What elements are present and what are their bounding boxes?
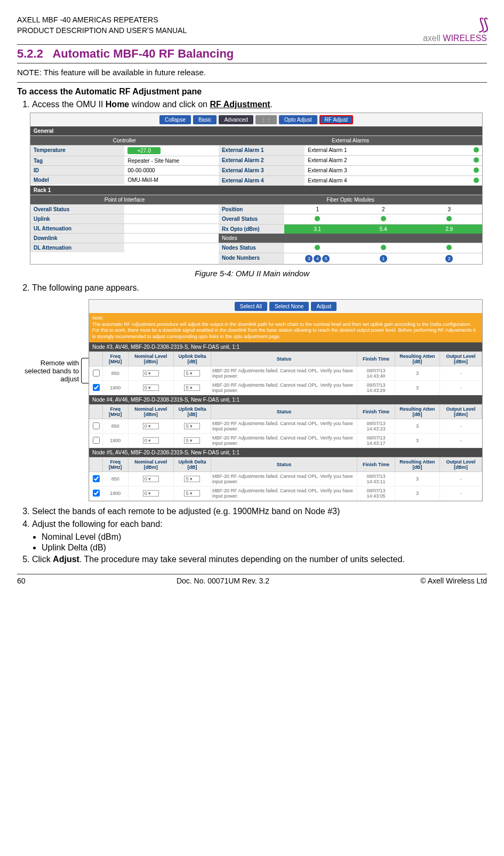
bullet-nominal: Nominal Level (dBm) [42,532,487,542]
col-header: Uplink Delta [dB] [173,457,211,471]
freq-cell: 850 [103,471,129,486]
poi-header: Point of Interface [30,195,219,204]
output-cell: - [439,366,482,380]
output-cell: - [439,419,482,433]
finish-time-cell: 08/07/13 14:43:40 [357,366,395,380]
node-header: Node #3, AV48, MBF-20-D-2308-2319-S, New… [89,342,482,351]
nominal-select[interactable]: 0 ▾ [143,476,159,482]
tag-label: Tag [30,156,124,165]
ext-alarm2-value: External Alarm 2 [305,156,470,165]
copyright: © Axell Wireless Ltd [420,577,487,585]
status-dot-icon [474,147,479,153]
uplink-delta-select[interactable]: 5 ▾ [184,423,200,429]
col-header: Nominal Level [dBm] [128,404,173,419]
col-header: Resulting Atten [dB] [395,404,440,419]
status-cell: MBF-20 RF Adjustments failed. Cannot rea… [211,486,357,500]
nominal-select[interactable]: 0 ▾ [143,370,159,377]
section-number: 5.2.2 [17,47,43,60]
finish-time-cell: 08/07/13 14:43:05 [357,486,395,500]
atten-cell: 3 [395,366,440,380]
band-checkbox[interactable] [93,437,100,444]
logo: ⟆⟆ axell WIRELESS [423,15,487,43]
band-checkbox[interactable] [93,490,100,497]
nominal-select[interactable]: 0 ▾ [143,423,159,429]
col-header: Status [211,457,357,471]
orange-note: Note: The automatic RF Adjustment proced… [89,313,482,342]
freq-cell: 850 [103,366,129,380]
status-dot-icon [474,167,479,173]
col-header: Output Level [dBm] [439,404,482,419]
position-label: Position [219,205,285,214]
band-checkbox[interactable] [93,384,100,391]
status-cell: MBF-20 RF Adjustments failed. Cannot rea… [211,433,357,447]
output-cell: - [439,471,482,486]
overall-status2-label: Overall Status [219,214,285,224]
release-note: NOTE: This feature will be available in … [17,68,487,77]
step-5: Click Adjust. The procedure may take sev… [32,555,487,564]
advanced-button[interactable]: Advanced [219,115,253,124]
status-dot-icon [381,245,386,250]
nominal-select[interactable]: 0 ▾ [143,490,159,497]
collapse-button[interactable]: Collapse [159,115,191,124]
col-header: Resulting Atten [dB] [395,351,440,366]
ext-alarm3-label: External Alarm 3 [219,166,305,175]
table-row: 19000 ▾5 ▾MBF-20 RF Adjustments failed. … [90,380,482,395]
rf-adjust-button[interactable]: RF Adjust [319,115,353,124]
status-cell: MBF-20 RF Adjustments failed. Cannot rea… [211,380,357,395]
ext-alarm2-label: External Alarm 2 [219,156,305,165]
status-cell: MBF-20 RF Adjustments failed. Cannot rea… [211,471,357,486]
freq-cell: 1900 [103,380,129,395]
freq-cell: 1900 [103,433,129,447]
col-header: Freq [MHz] [103,404,129,419]
header-line1: AXELL MBF -40 AMERICAS REPEATERS [17,15,187,26]
model-label: Model [30,175,124,185]
table-row: 8500 ▾5 ▾MBF-20 RF Adjustments failed. C… [90,419,482,433]
adjust-button[interactable]: Adjust [311,302,337,311]
col-header: Output Level [dBm] [439,457,482,471]
brace-icon [81,358,89,383]
uplink-delta-select[interactable]: 5 ▾ [184,385,200,391]
col-header: Finish Time [357,404,395,419]
band-checkbox[interactable] [93,422,100,429]
table-row: 19000 ▾5 ▾MBF-20 RF Adjustments failed. … [90,486,482,500]
rx-opto-label: Rx Opto (dBm) [219,225,285,234]
select-none-button[interactable]: Select None [269,302,309,311]
col-header: Freq [MHz] [103,351,129,366]
output-cell: - [439,380,482,395]
col-header [90,404,103,419]
basic-button[interactable]: Basic [193,115,217,124]
remote-annotation: Remote with selected bands to adjust [17,296,81,383]
logo-sub: WIRELESS [443,34,487,43]
uplink-delta-select[interactable]: 5 ▾ [184,476,200,482]
atten-cell: 3 [395,380,440,395]
step-3: Select the bands of each remote to be ad… [32,507,487,516]
opto-adjust-button[interactable]: Opto Adjust [279,115,317,124]
col-header [90,351,103,366]
status-dot-icon [381,216,386,221]
band-checkbox[interactable] [93,370,100,377]
tag-value: Repeater - Site Name [124,156,218,165]
figure-omu-main: Collapse Basic Advanced ⋮⋮ Opto Adjust R… [30,113,483,265]
status-dot-icon [446,216,452,221]
finish-time-cell: 08/07/13 14:43:29 [357,380,395,395]
band-checkbox[interactable] [93,475,100,482]
status-dot-icon [315,216,320,221]
uplink-delta-select[interactable]: 5 ▾ [184,437,200,444]
header-line2: PRODUCT DESCRIPTION AND USER'S MANUAL [17,26,187,36]
nodes-header: Nodes [219,234,482,243]
col-header: Freq [MHz] [103,457,129,471]
uplink-delta-select[interactable]: 5 ▾ [184,490,200,497]
uplink-delta-select[interactable]: 5 ▾ [184,370,200,377]
nominal-select[interactable]: 0 ▾ [143,385,159,391]
nominal-select[interactable]: 0 ▾ [143,437,159,444]
id-label: ID [30,166,124,175]
select-all-button[interactable]: Select All [235,302,267,311]
col-header: Finish Time [357,351,395,366]
col-header: Uplink Delta [dB] [173,404,211,419]
bullet-uplink-delta: Uplink Delta (dB) [42,543,487,553]
step-4: Adjust the following for each band: [32,519,487,529]
col-header [90,457,103,471]
node-header: Node #5, AV45, MBF-20-D-2308-2319-S, New… [89,448,482,457]
finish-time-cell: 08/07/13 14:43:17 [357,433,395,447]
col-header: Finish Time [357,457,395,471]
